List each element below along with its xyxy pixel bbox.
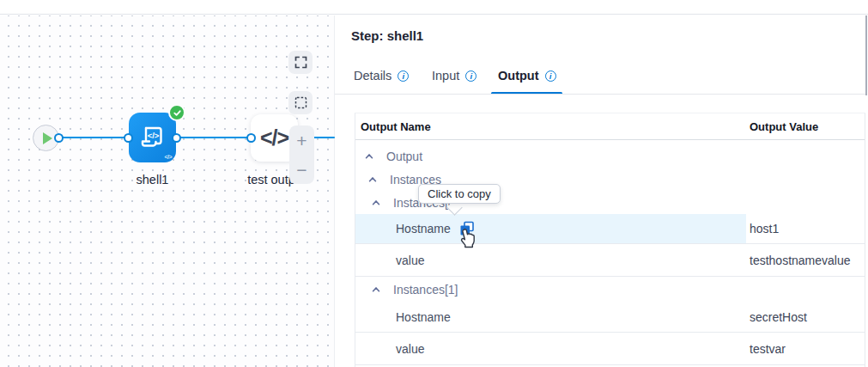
chevron-up-icon[interactable] [371, 284, 381, 295]
copy-tooltip: Click to copy [418, 184, 501, 204]
info-icon[interactable]: i [545, 70, 556, 82]
output-name-cell: value [355, 333, 746, 364]
zoom-out-button[interactable]: − [296, 161, 307, 179]
output-tree: Output Instances Instances[0] Hostname [355, 140, 865, 365]
start-node-out-port[interactable] [54, 133, 64, 143]
code-mini-icon: </> [164, 154, 172, 160]
chevron-up-icon[interactable] [364, 151, 374, 162]
output-value[interactable]: host1 [746, 222, 779, 235]
tree-group-instances-1[interactable]: Instances[1] [355, 277, 865, 303]
table-header-row: Output Name Output Value [355, 113, 865, 140]
shell-script-icon: </> [137, 122, 168, 153]
output-name-label: Hostname [355, 310, 451, 324]
panel-title: Step: shell1 [351, 28, 423, 43]
output-value[interactable]: testhostnamevalue [746, 254, 851, 267]
output-table: Output Name Output Value Output Instance… [355, 113, 865, 367]
fullscreen-button[interactable] [288, 51, 313, 74]
app-screen: </> </> shell1 </> test output [0, 0, 868, 367]
output-value[interactable]: secretHost [746, 310, 807, 324]
tab-output[interactable]: Output i [498, 69, 556, 83]
step-details-panel: Step: shell1 Details i Input i Output i … [335, 15, 868, 367]
top-toolbar-strip [0, 0, 868, 15]
output-name-label: value [355, 342, 424, 356]
output-name-cell: Hostname [355, 303, 746, 332]
panel-right-edge [865, 15, 867, 95]
success-badge-icon [168, 104, 185, 121]
pipeline-canvas[interactable]: </> </> shell1 </> test output [0, 15, 335, 367]
zoom-controls: + − [289, 125, 314, 184]
select-region-button[interactable] [288, 91, 313, 114]
fullscreen-icon [294, 56, 307, 69]
tab-input[interactable]: Input i [432, 69, 476, 83]
zoom-in-button[interactable]: + [296, 132, 307, 150]
info-icon[interactable]: i [465, 70, 476, 82]
shell1-in-port[interactable] [124, 133, 133, 143]
tab-details[interactable]: Details i [354, 69, 409, 83]
tree-group-label: Output [386, 150, 422, 163]
tab-output-label: Output [498, 69, 539, 83]
table-row-value-0: value testhostnamevalue [355, 244, 865, 277]
tab-details-label: Details [354, 69, 392, 83]
output-name-cell: value [355, 244, 746, 276]
shell1-out-port[interactable] [172, 133, 181, 143]
play-icon [43, 132, 52, 144]
output-name-label: Hostname [355, 222, 451, 235]
output-name-cell: Hostname [355, 214, 746, 243]
output-value[interactable]: testvar [746, 342, 786, 356]
svg-text:</>: </> [147, 131, 159, 140]
info-icon[interactable]: i [398, 70, 409, 82]
column-header-output-value: Output Value [746, 120, 818, 133]
tabs-bottom-border [335, 94, 865, 95]
step-node-shell1[interactable]: </> </> [129, 113, 176, 162]
hand-cursor-icon [457, 228, 476, 250]
node-label-shell1: shell1 [129, 173, 176, 187]
output-name-label: value [355, 254, 424, 267]
chevron-up-icon[interactable] [367, 174, 378, 185]
column-header-output-name: Output Name [355, 120, 746, 133]
test-output-in-port[interactable] [246, 133, 256, 143]
chevron-up-icon[interactable] [371, 198, 381, 208]
tree-group-output[interactable]: Output [355, 144, 865, 168]
code-icon: </> [260, 125, 288, 150]
table-row-hostname-0: Hostname host1 [355, 214, 865, 244]
marquee-select-icon [294, 96, 307, 109]
table-row-hostname-1: Hostname secretHost [355, 303, 865, 333]
table-row-value-1: value testvar [355, 333, 865, 365]
tree-group-label: Instances[1] [393, 283, 458, 297]
tab-input-label: Input [432, 69, 459, 83]
